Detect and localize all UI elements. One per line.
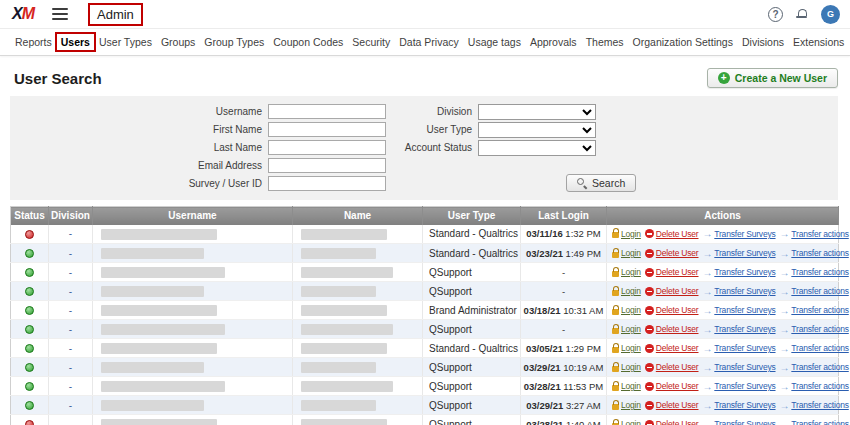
- transfer-actions-link[interactable]: →Transfer actions: [780, 400, 849, 411]
- transfer-surveys-link[interactable]: →Transfer Surveys: [703, 305, 776, 316]
- help-icon[interactable]: ?: [768, 7, 783, 22]
- transfer-arrow-icon: →: [780, 400, 790, 411]
- tab-data-privacy[interactable]: Data Privacy: [399, 36, 459, 48]
- login-link[interactable]: Login: [612, 229, 641, 239]
- tab-approvals[interactable]: Approvals: [530, 36, 577, 48]
- delete-user-link[interactable]: Delete User: [645, 248, 699, 258]
- tab-users[interactable]: Users: [55, 32, 96, 52]
- user-type-cell: QSupport: [423, 282, 521, 301]
- tab-groups[interactable]: Groups: [161, 36, 195, 48]
- login-link[interactable]: Login: [612, 248, 641, 258]
- tab-security[interactable]: Security: [352, 36, 390, 48]
- login-link[interactable]: Login: [612, 362, 641, 372]
- login-link[interactable]: Login: [612, 400, 641, 410]
- tab-reports[interactable]: Reports: [15, 36, 52, 48]
- redacted-username: [101, 267, 225, 278]
- username-input[interactable]: [268, 104, 386, 119]
- login-link[interactable]: Login: [612, 267, 641, 277]
- redacted-username: [101, 229, 217, 240]
- redacted-username: [101, 419, 217, 425]
- transfer-surveys-link[interactable]: →Transfer Surveys: [703, 381, 776, 392]
- delete-user-link[interactable]: Delete User: [645, 400, 699, 410]
- transfer-actions-link[interactable]: →Transfer actions: [780, 324, 849, 335]
- redacted-name: [301, 324, 393, 335]
- login-link[interactable]: Login: [612, 343, 641, 353]
- username-label: Username: [110, 106, 268, 117]
- lock-icon: [612, 328, 619, 334]
- table-row: - QSupport 03/29/21 10:19 AM Login Delet…: [11, 358, 839, 377]
- tab-themes[interactable]: Themes: [586, 36, 624, 48]
- table-row: - QSupport - Login Delete User →Transfer…: [11, 320, 839, 339]
- division-select[interactable]: [478, 104, 596, 120]
- transfer-actions-link[interactable]: →Transfer actions: [780, 267, 849, 278]
- transfer-actions-link[interactable]: →Transfer actions: [780, 419, 849, 425]
- redacted-name: [301, 286, 376, 297]
- lock-icon: [612, 271, 619, 277]
- transfer-actions-link[interactable]: →Transfer actions: [780, 305, 849, 316]
- remove-icon: [645, 363, 654, 372]
- email-address-input[interactable]: [268, 158, 386, 173]
- remove-icon: [645, 344, 654, 353]
- redacted-name: [301, 343, 387, 354]
- hamburger-menu-icon[interactable]: [52, 8, 68, 20]
- tab-divisions[interactable]: Divisions: [742, 36, 784, 48]
- actions-cell: Login Delete User →Transfer Surveys →Tra…: [607, 225, 839, 244]
- transfer-actions-link[interactable]: →Transfer actions: [780, 343, 849, 354]
- status-cell: [11, 320, 49, 339]
- name-cell: [293, 377, 423, 396]
- tab-extensions[interactable]: Extensions: [793, 36, 844, 48]
- name-cell: [293, 263, 423, 282]
- login-link[interactable]: Login: [612, 419, 641, 425]
- transfer-actions-link[interactable]: →Transfer actions: [780, 362, 849, 373]
- user-table-body: - Standard - Qualtrics 03/11/16 1:32 PM …: [11, 225, 839, 425]
- actions-cell: Login Delete User →Transfer Surveys →Tra…: [607, 377, 839, 396]
- transfer-surveys-link[interactable]: →Transfer Surveys: [703, 248, 776, 259]
- transfer-actions-link[interactable]: →Transfer actions: [780, 248, 849, 259]
- transfer-surveys-link[interactable]: →Transfer Surveys: [703, 343, 776, 354]
- delete-user-link[interactable]: Delete User: [645, 324, 699, 334]
- delete-user-link[interactable]: Delete User: [645, 343, 699, 353]
- login-link[interactable]: Login: [612, 305, 641, 315]
- username-cell: [93, 301, 293, 320]
- transfer-actions-link[interactable]: →Transfer actions: [780, 228, 849, 239]
- transfer-surveys-link[interactable]: →Transfer Surveys: [703, 324, 776, 335]
- transfer-actions-link[interactable]: →Transfer actions: [780, 286, 849, 297]
- transfer-surveys-link[interactable]: →Transfer Surveys: [703, 228, 776, 239]
- table-row: - QSupport 03/29/21 3:27 AM Login Delete…: [11, 396, 839, 415]
- tab-usage-tags[interactable]: Usage tags: [468, 36, 521, 48]
- transfer-surveys-link[interactable]: →Transfer Surveys: [703, 400, 776, 411]
- last-name-input[interactable]: [268, 140, 386, 155]
- tab-organization-settings[interactable]: Organization Settings: [633, 36, 733, 48]
- create-new-user-button[interactable]: + Create a New User: [707, 68, 838, 88]
- remove-icon: [645, 420, 654, 425]
- survey-user-id-input[interactable]: [268, 176, 386, 191]
- delete-user-link[interactable]: Delete User: [645, 286, 699, 296]
- delete-user-link[interactable]: Delete User: [645, 305, 699, 315]
- transfer-surveys-link[interactable]: →Transfer Surveys: [703, 286, 776, 297]
- transfer-surveys-link[interactable]: →Transfer Surveys: [703, 362, 776, 373]
- user-avatar[interactable]: G: [821, 5, 840, 24]
- transfer-surveys-link[interactable]: →Transfer Surveys: [703, 267, 776, 278]
- notifications-icon[interactable]: [796, 8, 808, 20]
- tab-coupon-codes[interactable]: Coupon Codes: [273, 36, 343, 48]
- status-cell: [11, 301, 49, 320]
- transfer-surveys-link[interactable]: →Transfer Surveys: [703, 419, 776, 425]
- delete-user-link[interactable]: Delete User: [645, 267, 699, 277]
- xm-logo[interactable]: XM: [12, 5, 34, 23]
- delete-user-link[interactable]: Delete User: [645, 419, 699, 425]
- first-name-input[interactable]: [268, 122, 386, 137]
- delete-user-link[interactable]: Delete User: [645, 362, 699, 372]
- login-link[interactable]: Login: [612, 381, 641, 391]
- user-type-select[interactable]: [478, 122, 596, 138]
- login-link[interactable]: Login: [612, 324, 641, 334]
- division-cell: -: [49, 415, 93, 425]
- search-button[interactable]: Search: [566, 174, 636, 192]
- transfer-actions-link[interactable]: →Transfer actions: [780, 381, 849, 392]
- delete-user-link[interactable]: Delete User: [645, 381, 699, 391]
- login-link[interactable]: Login: [612, 286, 641, 296]
- delete-user-link[interactable]: Delete User: [645, 229, 699, 239]
- tab-group-types[interactable]: Group Types: [204, 36, 264, 48]
- tab-user-types[interactable]: User Types: [99, 36, 152, 48]
- page-title: User Search: [14, 70, 102, 87]
- account-status-select[interactable]: [478, 140, 596, 156]
